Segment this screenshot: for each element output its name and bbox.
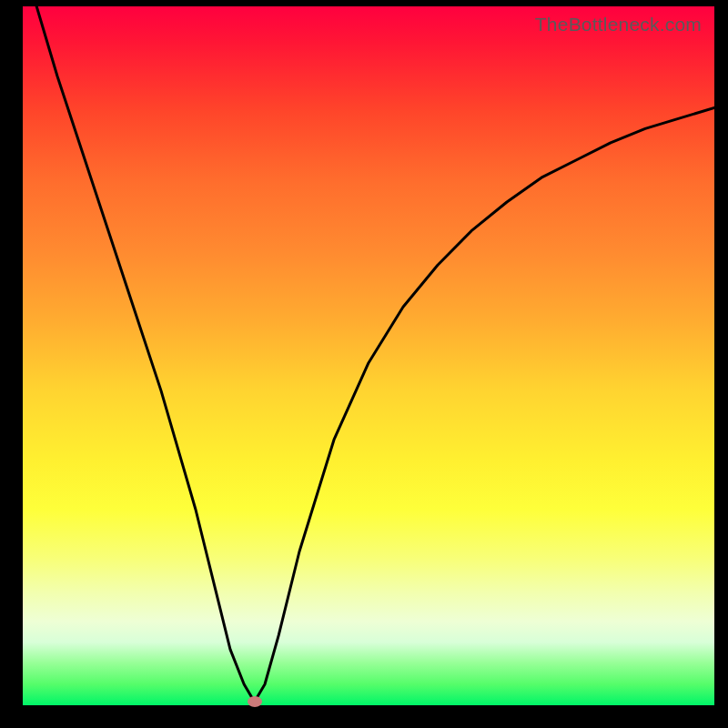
- optimal-point-marker: [248, 696, 262, 707]
- chart-plot-area: TheBottleneck.com: [23, 6, 714, 705]
- bottleneck-curve: [23, 6, 714, 705]
